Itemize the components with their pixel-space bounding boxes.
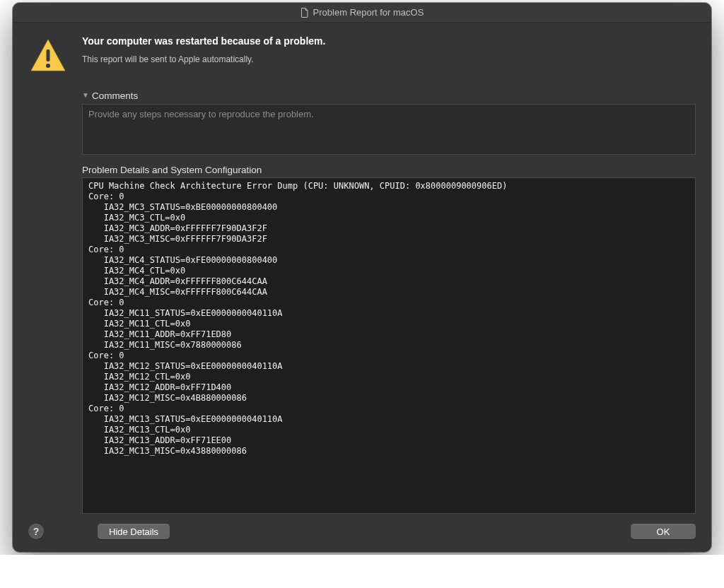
footer-left: Hide Details xyxy=(98,524,170,539)
titlebar: Problem Report for macOS xyxy=(13,3,711,23)
comments-section-header[interactable]: ▼ Comments xyxy=(82,90,696,101)
header-text: Your computer was restarted because of a… xyxy=(82,35,325,66)
comments-input[interactable] xyxy=(82,104,696,155)
content-area: Your computer was restarted because of a… xyxy=(13,23,711,524)
page-subtext: This report will be sent to Apple automa… xyxy=(82,54,325,66)
warning-icon xyxy=(28,35,68,75)
page-title: Your computer was restarted because of a… xyxy=(82,35,325,47)
disclosure-triangle-icon: ▼ xyxy=(82,91,89,99)
form-block: ▼ Comments Problem Details and System Co… xyxy=(82,90,696,514)
window-title: Problem Report for macOS xyxy=(313,7,424,18)
hide-details-button[interactable]: Hide Details xyxy=(98,524,170,539)
footer: ? Hide Details OK xyxy=(13,524,711,552)
svg-point-1 xyxy=(46,64,50,68)
svg-rect-0 xyxy=(47,49,50,61)
details-output[interactable]: CPU Machine Check Architecture Error Dum… xyxy=(82,177,696,514)
comments-label: Comments xyxy=(92,90,138,101)
help-button[interactable]: ? xyxy=(28,524,44,539)
document-icon xyxy=(300,8,309,18)
ok-button[interactable]: OK xyxy=(631,524,696,539)
problem-report-window: Problem Report for macOS Your computer w… xyxy=(13,3,711,552)
header-row: Your computer was restarted because of a… xyxy=(28,35,696,75)
details-label: Problem Details and System Configuration xyxy=(82,165,696,175)
